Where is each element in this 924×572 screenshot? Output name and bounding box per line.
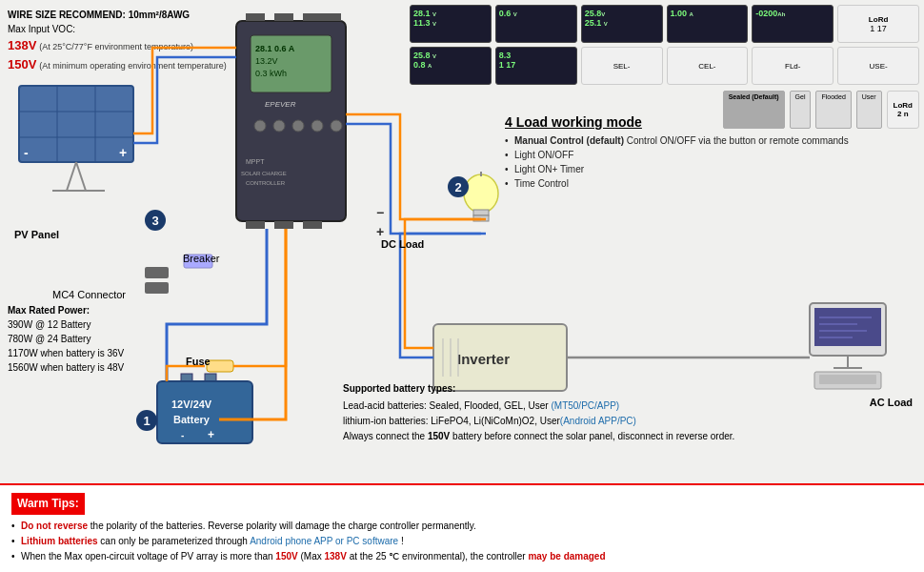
svg-rect-25 xyxy=(274,13,293,21)
svg-text:-: - xyxy=(24,145,29,160)
solar-panel-graphic: - + xyxy=(19,86,133,191)
svg-text:EPEVER: EPEVER xyxy=(265,100,296,109)
voltage-138-note: (At 25°C/77°F environment temperature) xyxy=(39,42,193,51)
battery-types-section: Supported battery types: Lead-acid batte… xyxy=(343,381,914,444)
tip3-v1: 150V xyxy=(275,551,297,562)
display-panel-fld: FLd- xyxy=(752,47,834,85)
tip2-end: ! xyxy=(401,536,404,546)
load-mode-item-2: Light ON/OFF xyxy=(505,150,919,160)
max-rated-title: Max Rated Power: xyxy=(8,303,124,317)
load-mode-item-1: Manual Control (default) Control ON/OFF … xyxy=(505,135,919,146)
svg-point-18 xyxy=(292,120,304,132)
max-rated-line3: 1170W when battery is 36V xyxy=(8,346,124,360)
warm-tip-2: Lithium batteries can only be parameteri… xyxy=(11,534,913,549)
svg-rect-40 xyxy=(810,303,886,356)
svg-text:MPPT: MPPT xyxy=(246,158,265,165)
svg-rect-33 xyxy=(473,215,489,221)
dc-load-label: DC Load xyxy=(381,238,424,250)
svg-text:Inverter: Inverter xyxy=(457,351,510,367)
svg-rect-58 xyxy=(145,282,169,294)
warm-tips-section: Warm Tips: Do not reverse the polarity o… xyxy=(0,483,924,572)
svg-point-16 xyxy=(254,120,266,132)
number-circle-2: 2 xyxy=(448,176,469,197)
svg-line-5 xyxy=(67,162,76,191)
svg-rect-60 xyxy=(207,360,233,372)
voltage-150-line: 150V (At minimum operating environment t… xyxy=(8,55,227,74)
bulb-graphic xyxy=(464,172,498,221)
max-rated-line2: 780W @ 24 Battery xyxy=(8,332,124,346)
svg-text:28.1  0.6 A: 28.1 0.6 A xyxy=(255,44,295,53)
link-android: (Android APP/PC) xyxy=(560,416,636,426)
svg-point-20 xyxy=(331,120,342,132)
max-input-voc: Max Input VOC: xyxy=(8,22,227,36)
svg-text:−: − xyxy=(376,205,384,220)
svg-rect-57 xyxy=(145,267,169,278)
svg-text:0.3 kWh: 0.3 kWh xyxy=(255,69,287,78)
display-panel-load1: LoRd 1 17 xyxy=(837,5,919,43)
wire-size-section: WIRE SIZE RECOMMEND: 10mm²/8AWG Max Inpu… xyxy=(8,8,227,73)
number-circle-3: 3 xyxy=(145,210,166,231)
tip2-text: can only be parameterized through xyxy=(100,536,250,546)
svg-rect-51 xyxy=(205,374,216,381)
tip3-end: at the 25 ℃ environmental), the controll… xyxy=(350,551,529,562)
voltage-150: 150V xyxy=(8,57,36,72)
svg-rect-11 xyxy=(251,35,331,92)
warm-tips-title: Warm Tips: xyxy=(11,493,85,515)
display-panel-2: 0.6 V xyxy=(495,5,577,43)
battery-types-title: Supported battery types: xyxy=(343,381,914,397)
svg-text:Battery: Battery xyxy=(173,414,211,425)
display-panels-grid: 28.1 V 11.3 V 0.6 V 25.8V 25.1 V 1.00 A … xyxy=(410,5,919,85)
display-panel-sel: SEL- xyxy=(581,47,663,85)
svg-point-17 xyxy=(273,120,285,132)
max-input-label: Max Input VOC: xyxy=(8,24,75,34)
battery-lead-acid: Lead-acid batteries: Sealed, Flooded, GE… xyxy=(343,398,914,414)
battery-connect-note: Always connect the 150V battery before c… xyxy=(343,429,914,444)
battery-graphic: 12V/24V Battery - + xyxy=(157,374,252,443)
svg-rect-27 xyxy=(322,13,341,21)
svg-text:SOLAR CHARGE: SOLAR CHARGE xyxy=(241,171,287,176)
svg-line-6 xyxy=(76,162,86,191)
breaker-label: Breaker xyxy=(183,253,220,264)
warm-tip-1: Do not reverse the polarity of the batte… xyxy=(11,519,913,534)
svg-text:+: + xyxy=(119,145,127,160)
display-panel-cel: CEL- xyxy=(667,47,749,85)
svg-text:13.2V: 13.2V xyxy=(255,56,278,66)
display-panel-3: 25.8V 25.1 V xyxy=(581,5,663,43)
link-mt50: (MT50/PC/APP) xyxy=(551,400,619,411)
svg-point-19 xyxy=(311,120,323,132)
svg-rect-10 xyxy=(236,21,346,221)
display-panel-4: 1.00 A xyxy=(667,5,749,43)
number-circle-1: 1 xyxy=(136,410,157,431)
svg-rect-0 xyxy=(19,86,133,162)
display-panel-r2-1: 25.8 V 0.8 A xyxy=(410,47,492,85)
tip3-mid: (Max xyxy=(300,551,324,562)
svg-rect-29 xyxy=(274,221,293,229)
pv-panel-label: PV Panel xyxy=(14,229,59,240)
svg-rect-41 xyxy=(814,308,881,346)
mc4-label: MC4 Connector xyxy=(52,289,126,300)
load-mode-item-3: Light ON+ Timer xyxy=(505,164,919,174)
svg-rect-52 xyxy=(157,381,252,443)
wire-size-title: WIRE SIZE RECOMMEND: 10mm²/8AWG xyxy=(8,8,227,22)
load-mode-title: 4 Load working mode xyxy=(505,114,919,130)
display-panel-use: USE- xyxy=(837,47,919,85)
load-mode-item-4: Time Control xyxy=(505,178,919,189)
monitor-graphic xyxy=(810,303,886,389)
load-mode-list: Manual Control (default) Control ON/OFF … xyxy=(505,135,919,189)
load-mode-section: 4 Load working mode Manual Control (defa… xyxy=(505,114,919,193)
max-rated-line1: 390W @ 12 Battery xyxy=(8,317,124,332)
voltage-150-note: (At minimum operating environment temper… xyxy=(39,61,227,71)
svg-text:12V/24V: 12V/24V xyxy=(171,398,212,410)
display-panel-5: -0200Ah xyxy=(752,5,834,43)
svg-text:+: + xyxy=(376,224,384,239)
tip1-text: the polarity of the batteries. Reverse p… xyxy=(90,521,476,531)
tip1-keyword: Do not reverse xyxy=(21,521,88,531)
main-container: WIRE SIZE RECOMMEND: 10mm²/8AWG Max Inpu… xyxy=(0,0,924,572)
tip3-pre: When the Max open-circuit voltage of PV … xyxy=(21,551,275,562)
display-panel-r2-2: 8.3 1 17 xyxy=(495,47,577,85)
max-rated-section: Max Rated Power: 390W @ 12 Battery 780W … xyxy=(8,303,124,375)
svg-text:+: + xyxy=(208,428,214,441)
tip3-warn: may be damaged xyxy=(528,551,605,562)
voltage-138-line: 138V (At 25°C/77°F environment temperatu… xyxy=(8,36,227,55)
max-rated-line4: 1560W when battery is 48V xyxy=(8,360,124,375)
